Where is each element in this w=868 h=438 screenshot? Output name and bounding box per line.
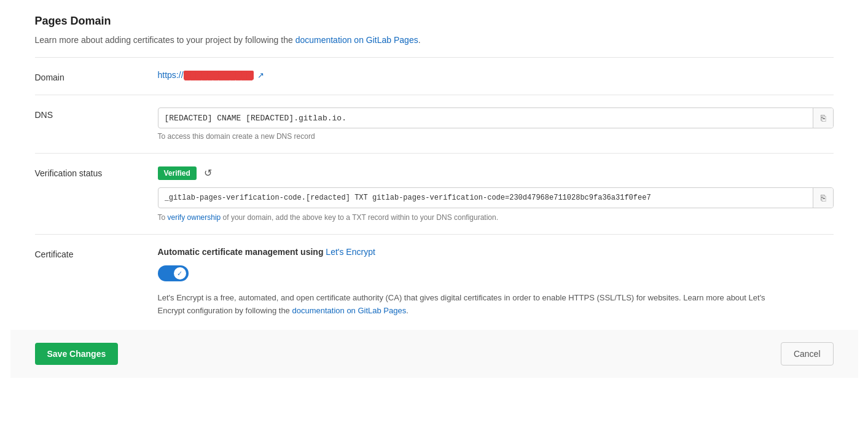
certificate-title: Automatic certificate management using L… <box>158 247 834 257</box>
certificate-content: Automatic certificate management using L… <box>158 247 834 318</box>
certificate-field-row: Certificate Automatic certificate manage… <box>35 235 834 330</box>
txt-input[interactable] <box>158 189 813 207</box>
txt-input-container: ⎘ <box>158 187 834 208</box>
dns-content: ⎘ To access this domain create a new DNS… <box>158 108 834 141</box>
domain-url: https://████████████ <box>158 70 254 80</box>
dns-copy-button[interactable]: ⎘ <box>813 108 833 128</box>
save-button[interactable]: Save Changes <box>35 343 119 365</box>
footer: Save Changes Cancel <box>10 330 858 378</box>
domain-label: Domain <box>35 70 158 82</box>
certificate-label: Certificate <box>35 247 158 259</box>
dns-input-container: ⎘ <box>158 108 834 128</box>
intro-text: Learn more about adding certificates to … <box>35 35 834 45</box>
domain-link[interactable]: https://████████████ ↗ <box>158 70 834 80</box>
domain-content: https://████████████ ↗ <box>158 70 834 80</box>
docs-link-intro[interactable]: documentation on GitLab Pages <box>295 35 418 45</box>
domain-field-row: Domain https://████████████ ↗ <box>35 58 834 95</box>
verified-badge: Verified <box>158 166 197 180</box>
verify-hint: To verify ownership of your domain, add … <box>158 213 834 222</box>
verification-field-row: Verification status Verified ↺ ⎘ To veri… <box>35 154 834 235</box>
refresh-button[interactable]: ↺ <box>201 166 214 180</box>
dns-label: DNS <box>35 108 158 120</box>
dns-field-row: DNS ⎘ To access this domain create a new… <box>35 95 834 154</box>
verification-label: Verification status <box>35 166 158 178</box>
txt-copy-button[interactable]: ⎘ <box>813 188 833 208</box>
verify-ownership-link[interactable]: verify ownership <box>168 213 221 222</box>
certificate-description: Let's Encrypt is a free, automated, and … <box>158 292 772 318</box>
lets-encrypt-link[interactable]: Let's Encrypt <box>326 247 375 257</box>
page-title: Pages Domain <box>35 15 834 28</box>
lets-encrypt-toggle[interactable]: ✓ <box>158 265 189 281</box>
dns-input[interactable] <box>158 109 813 128</box>
toggle-container: ✓ <box>158 265 834 283</box>
docs-link-cert[interactable]: documentation on GitLab Pages <box>292 306 406 315</box>
cancel-button[interactable]: Cancel <box>781 342 834 366</box>
verification-content: Verified ↺ ⎘ To verify ownership of your… <box>158 166 834 222</box>
toggle-check-icon: ✓ <box>174 267 186 280</box>
verified-badge-container: Verified ↺ <box>158 166 214 180</box>
external-link-icon: ↗ <box>257 71 264 80</box>
dns-hint: To access this domain create a new DNS r… <box>158 132 834 141</box>
